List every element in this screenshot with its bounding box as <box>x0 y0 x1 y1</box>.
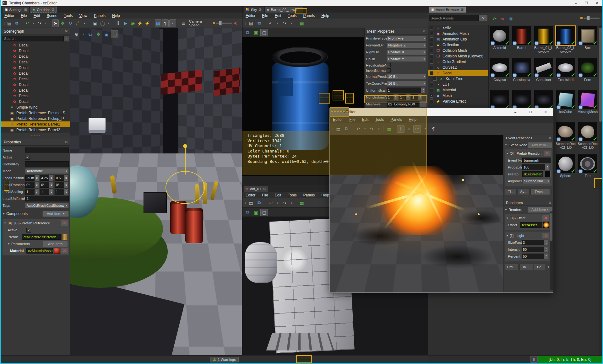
tab-corridor[interactable]: ◉ Corridor ⊠ <box>30 7 57 13</box>
scenegraph-item-prefab-pickup[interactable]: ▣ Prefab Reference: Pickup_P <box>1 116 70 121</box>
scene-viewport[interactable]: ◉ ▾ ⧉ ✥ ▣ ▢ <box>70 28 242 355</box>
selection-gizmo-axis[interactable] <box>185 147 186 174</box>
asset-thumbnail[interactable]: ✓ <box>556 122 575 141</box>
pilcrow-toggle-icon[interactable]: ¶ <box>162 19 169 27</box>
filter-colorgradient[interactable]: ◗ ColorGradient <box>428 59 488 65</box>
asset-container[interactable]: ✓ Container <box>533 58 554 90</box>
menu-item[interactable]: File <box>262 13 268 18</box>
selection-gizmo-handle[interactable] <box>183 144 187 148</box>
filter-all[interactable]: ▪ <All> <box>428 25 488 31</box>
undo-icon[interactable]: ↶ <box>354 125 362 133</box>
asset-thumbnail[interactable]: ✓ <box>534 58 553 77</box>
filter-checkbox[interactable] <box>430 32 433 35</box>
filter-checkbox[interactable] <box>433 77 437 81</box>
render-mode-icon[interactable]: ▨ <box>155 19 161 27</box>
asset-cassiopeia[interactable]: ✓ Cassiopeia <box>511 58 532 90</box>
eye-icon[interactable]: ◉ <box>73 30 80 38</box>
undo-dropdown-icon[interactable]: ▾ <box>31 19 35 27</box>
effect-thumbnail[interactable] <box>543 222 549 228</box>
menu-item[interactable]: Editor <box>333 117 343 122</box>
tab-scroll-left-icon[interactable]: ◀ <box>547 265 549 268</box>
filter-curve1d[interactable]: ∿ Curve1D <box>428 65 488 70</box>
asset-search-input[interactable]: Search Assets <box>429 15 479 21</box>
event-type-field[interactable]: burnmark <box>522 158 551 163</box>
grid-toggle-icon[interactable]: • <box>169 19 176 27</box>
filter-checkbox[interactable]: ✓ <box>430 94 433 98</box>
selection-gizmo-ring[interactable] <box>166 171 205 204</box>
redo-dropdown-icon[interactable]: ▾ <box>44 19 48 27</box>
scenegraph-item-simple-wind[interactable]: ☀ Simple Wind <box>1 104 70 110</box>
filter-collection[interactable]: ▰ Collection <box>428 42 488 48</box>
search-clear-icon[interactable]: ✕ <box>479 15 487 21</box>
tab-system[interactable]: Sy... <box>518 188 530 195</box>
save-all-icon[interactable]: ⧉ <box>343 125 350 133</box>
scenegraph-item-prefab-plasma[interactable]: ▣ Prefab Reference: Plasma_S <box>1 110 70 116</box>
asset-thumbnail[interactable]: ✓ <box>490 58 509 77</box>
particle-window-titlebar[interactable]: ezEditor – ☐ ✕ <box>330 108 553 116</box>
asset-thumbnail[interactable]: ✓ <box>512 26 531 45</box>
prefab-asset-field[interactable]: cts/Barrel2.ezPrefab <box>22 234 61 240</box>
invert-normals-checkbox[interactable] <box>387 68 391 72</box>
pilcrow-toggle-icon[interactable]: ¶ <box>430 125 437 133</box>
tab-events[interactable]: Even... <box>530 188 550 195</box>
minimize-button[interactable]: – <box>508 109 523 115</box>
menu-item[interactable]: Panels <box>303 193 315 197</box>
panel-splitter[interactable]: •••••• <box>1 133 70 139</box>
simulate-icon[interactable]: ◉ <box>129 19 136 27</box>
collapse-icon[interactable]: ▼ <box>505 144 507 147</box>
menu-item[interactable]: Panels <box>94 13 106 18</box>
filter-animated-mesh[interactable]: ◉ Animated Mesh <box>428 31 488 36</box>
simulation-speed-icon[interactable]: ◔ <box>421 125 429 133</box>
size-factor-stepper[interactable]: 3 <box>522 240 548 245</box>
rotation-y-stepper[interactable]: 0° <box>40 182 53 188</box>
remove-component-icon[interactable]: ✕ <box>61 220 68 226</box>
asset-barrel[interactable]: ✓ Barrel <box>511 26 532 58</box>
close-button[interactable]: ✕ <box>538 109 553 115</box>
asset-scrollbar[interactable] <box>599 25 602 355</box>
run-icon[interactable]: ⚡ <box>144 19 150 27</box>
panel-float-icon[interactable]: ⊠ <box>65 29 68 33</box>
scenegraph-item-decal[interactable]: ✿ Decal <box>1 99 70 104</box>
toolbar-grip[interactable]: ⁞⁞ <box>245 21 246 25</box>
scenegraph-item-decal[interactable]: ✿ Decal <box>1 93 70 99</box>
panel-float-icon[interactable]: ⧉ <box>549 201 551 205</box>
menu-item[interactable]: Editor <box>4 13 14 18</box>
filter-material[interactable]: ▦ Material <box>428 87 488 93</box>
percentage-stepper[interactable]: 50 <box>522 254 548 259</box>
export-run-icon[interactable]: ⚡ <box>137 19 143 27</box>
tab-close-icon[interactable]: ⊠ <box>259 8 261 11</box>
save-all-icon[interactable]: ⧉ <box>13 19 20 27</box>
render-modes-icon[interactable]: ⧉ <box>244 209 252 216</box>
scenegraph-item-prefab-barrel2[interactable]: ▣ Prefab Reference: Barrel2 <box>1 127 70 133</box>
redo-icon[interactable]: ↷ <box>281 19 288 27</box>
translate-gizmo-icon[interactable]: ✥ <box>59 19 66 27</box>
scenegraph-item-decal[interactable]: ✿ Decal <box>1 65 70 71</box>
remove-renderer-icon[interactable]: ✕ <box>542 215 549 221</box>
play-scene-icon[interactable]: ▶ <box>122 19 129 27</box>
filter-checkbox[interactable] <box>430 37 433 41</box>
asset-thumbnail[interactable]: ✓ <box>578 26 597 45</box>
menu-item[interactable]: Help <box>321 193 329 197</box>
asset-barrel-02-lowpoly[interactable]: ✓ Barrel_02_Lowpoly <box>555 26 576 58</box>
titlebar[interactable]: Testing Chambers - ezEditor – ☐ ✕ <box>1 0 602 6</box>
effect-group-header[interactable]: ▼ [0] - Effect ✕ <box>505 215 551 222</box>
undo-dropdown-icon[interactable]: ▾ <box>275 199 280 207</box>
asset-thumbnail[interactable]: ✓ <box>556 58 575 77</box>
save-all-icon[interactable]: ⧉ <box>255 199 263 207</box>
screenshot-icon[interactable]: ▣ <box>252 29 260 36</box>
collapse-icon[interactable]: ▼ <box>8 243 10 245</box>
redo-dropdown-icon[interactable]: ▾ <box>289 19 294 27</box>
undo-dropdown-icon[interactable]: ▾ <box>275 19 280 27</box>
menu-item[interactable]: Tools <box>64 13 73 18</box>
remove-renderer-icon[interactable]: ✕ <box>542 233 549 238</box>
asset-thumbnail[interactable]: ✓ <box>578 58 597 77</box>
search-clear-icon[interactable]: ✕ <box>64 36 69 41</box>
maximize-button[interactable]: ☐ <box>581 0 592 6</box>
tab-close-icon[interactable]: ⊠ <box>52 8 54 11</box>
right-dir-dropdown[interactable]: Positive X▾ <box>387 49 426 55</box>
asset-icecube[interactable]: ✓ IceCube <box>555 90 576 122</box>
menu-item[interactable]: File <box>349 117 355 122</box>
slider-handle[interactable] <box>587 16 590 20</box>
asset-thumbnail[interactable]: ✓ <box>534 90 553 109</box>
close-button[interactable]: ✕ <box>592 0 602 6</box>
